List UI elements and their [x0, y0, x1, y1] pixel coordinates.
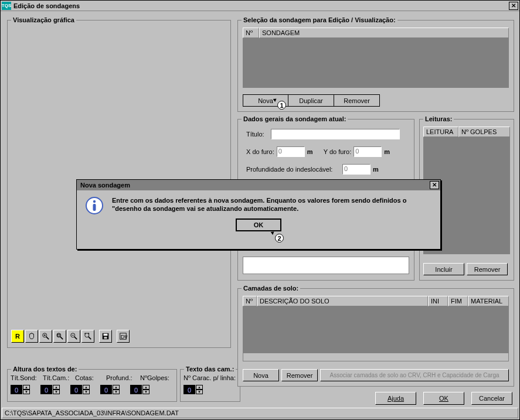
groupbox-texto-cam: Texto das cam.: Nº Carac. p/ linha: 0▲▼	[180, 369, 240, 402]
xfuro-label: X do furo:	[246, 148, 274, 155]
cursor-marker-2: 2	[275, 234, 284, 243]
svg-line-1	[46, 337, 49, 339]
camadas-table-header: Nº DESCRIÇÃO DO SOLO INI FIM MATERIAL	[243, 296, 509, 306]
spinner-down[interactable]: ▼	[23, 390, 30, 394]
cursor-marker-1: 1	[277, 101, 286, 110]
viewer-toolbar: R DWG	[11, 330, 131, 343]
dialog-close-button[interactable]: ✕	[430, 181, 439, 189]
groupbox-visualizacao-legend: Visualização gráfica	[11, 16, 76, 23]
main-titlebar: TQS Edição de sondagens ✕	[1, 1, 519, 11]
remover-sondagem-button[interactable]: Remover	[334, 94, 380, 107]
spinner-ngolpes[interactable]: 0▲▼	[130, 385, 149, 394]
svg-line-11	[89, 337, 91, 339]
svg-rect-6	[58, 334, 60, 337]
altura-col-titcam: Tít.Cam.:	[43, 374, 69, 381]
cancelar-button[interactable]: Cancelar	[471, 392, 512, 405]
svg-line-8	[74, 337, 77, 339]
remover-camada-button[interactable]: Remover	[281, 369, 318, 381]
dialog-title: Nova sondagem	[78, 182, 430, 189]
col-leitura: LEITURA	[423, 127, 458, 137]
remover-leitura-button[interactable]: Remover	[467, 263, 508, 275]
spinner-titsond[interactable]: 0▲▼	[11, 385, 30, 394]
groupbox-textocam-legend: Texto das cam.:	[184, 366, 236, 373]
leituras-table-header: LEITURA Nº GOLPES	[423, 127, 510, 137]
hand-icon	[28, 332, 36, 340]
col-ngolpes: Nº GOLPES	[458, 127, 510, 137]
prof-label: Profundidade do indeslocável:	[246, 166, 340, 173]
xfuro-field[interactable]: 0	[277, 146, 305, 157]
svg-line-5	[60, 337, 63, 339]
dialog-ok-button[interactable]: OK	[236, 218, 281, 231]
col-cam-fim: FIM	[448, 296, 468, 306]
close-icon: ✕	[511, 3, 516, 9]
incluir-leitura-button[interactable]: Incluir	[423, 263, 464, 275]
tool-zoom-in-button[interactable]	[39, 330, 52, 343]
info-icon	[85, 196, 104, 216]
main-ok-button[interactable]: OK	[423, 392, 464, 405]
dados-textarea[interactable]	[243, 257, 409, 274]
col-cam-desc: DESCRIÇÃO DO SOLO	[257, 296, 428, 306]
svg-rect-19	[93, 204, 96, 211]
titulo-label: Título:	[246, 131, 271, 138]
nova-camada-button[interactable]: Nova	[243, 369, 279, 381]
close-button[interactable]: ✕	[509, 2, 518, 10]
duplicar-sondagem-button[interactable]: Duplicar	[288, 94, 334, 107]
zoom-extents-icon	[84, 332, 92, 340]
groupbox-selecao-legend: Seleção da sondagem para Edição / Visual…	[242, 16, 397, 23]
ajuda-button[interactable]: Ajuda	[375, 392, 416, 405]
tool-pan-button[interactable]	[25, 330, 38, 343]
svg-rect-13	[104, 334, 108, 336]
prof-field[interactable]: 0	[342, 164, 371, 175]
col-cam-ini: INI	[428, 296, 448, 306]
selecao-table-header: Nº SONDAGEM	[243, 28, 509, 38]
groupbox-camadas: Camadas de solo: Nº DESCRIÇÃO DO SOLO IN…	[237, 288, 514, 387]
dialog-titlebar: Nova sondagem ✕	[77, 180, 440, 190]
titulo-field[interactable]	[271, 129, 400, 139]
groupbox-altura-legend: Altura dos textos de:	[11, 366, 79, 373]
textocam-label: Nº Carac. p/ linha:	[183, 374, 236, 381]
close-icon: ✕	[432, 182, 437, 188]
dialog-message: Entre com os dados referentes à nova son…	[112, 196, 432, 213]
camadas-scrollbar[interactable]	[243, 353, 509, 361]
yfuro-label: Y do furo:	[324, 148, 352, 155]
yfuro-field[interactable]: 0	[354, 146, 382, 157]
svg-point-18	[93, 200, 96, 203]
camadas-grid-body[interactable]	[243, 306, 509, 353]
tool-zoom-out-button[interactable]	[67, 330, 80, 343]
groupbox-leituras-legend: Leituras:	[423, 115, 454, 122]
associar-camadas-button[interactable]: Associar camadas de solo ao CRV, CRH e C…	[320, 369, 509, 381]
m-unit: m	[307, 148, 315, 155]
diskette-icon	[101, 332, 110, 340]
col-sondagem: SONDAGEM	[259, 28, 509, 38]
svg-text:DWG: DWG	[121, 333, 127, 340]
tool-zoom-extents-button[interactable]	[81, 330, 94, 343]
col-cam-mat: MATERIAL	[468, 296, 509, 306]
tool-save-button[interactable]	[99, 330, 112, 343]
window-title: Edição de sondagens	[13, 2, 509, 9]
groupbox-dados-legend: Dados gerais da sondagem atual:	[242, 115, 348, 122]
svg-point-10	[85, 333, 89, 337]
tool-zoom-window-button[interactable]	[53, 330, 66, 343]
tool-dwg-button[interactable]: DWG	[117, 330, 130, 343]
altura-col-profund: Profund.:	[106, 374, 132, 381]
svg-rect-14	[104, 337, 107, 339]
m-unit-2: m	[384, 148, 390, 155]
spinner-titcam[interactable]: 0▲▼	[40, 385, 60, 394]
col-no: Nº	[243, 28, 259, 38]
zoom-window-icon	[56, 332, 64, 340]
groupbox-selecao: Seleção da sondagem para Edição / Visual…	[237, 20, 514, 112]
groupbox-camadas-legend: Camadas de solo:	[242, 285, 300, 292]
app-logo-icon: TQS	[2, 2, 11, 10]
status-path: C:\TQS\SAPATA_ASSOCIADA_03\INFRA\SONDAGE…	[5, 409, 179, 416]
altura-col-ngolpes: NºGolpes:	[140, 374, 169, 381]
spinner-ncarac[interactable]: 0▲▼	[183, 385, 203, 394]
tool-r-button[interactable]: R	[11, 330, 24, 343]
altura-col-cotas: Cotas:	[75, 374, 94, 381]
spinner-up[interactable]: ▲	[23, 385, 30, 390]
status-bar: C:\TQS\SAPATA_ASSOCIADA_03\INFRA\SONDAGE…	[2, 408, 518, 418]
dwg-icon: DWG	[119, 332, 127, 340]
selecao-grid-body[interactable]	[243, 38, 509, 88]
spinner-cotas[interactable]: 0▲▼	[70, 385, 90, 394]
col-cam-no: Nº	[243, 296, 257, 306]
spinner-profund[interactable]: 0▲▼	[100, 385, 120, 394]
